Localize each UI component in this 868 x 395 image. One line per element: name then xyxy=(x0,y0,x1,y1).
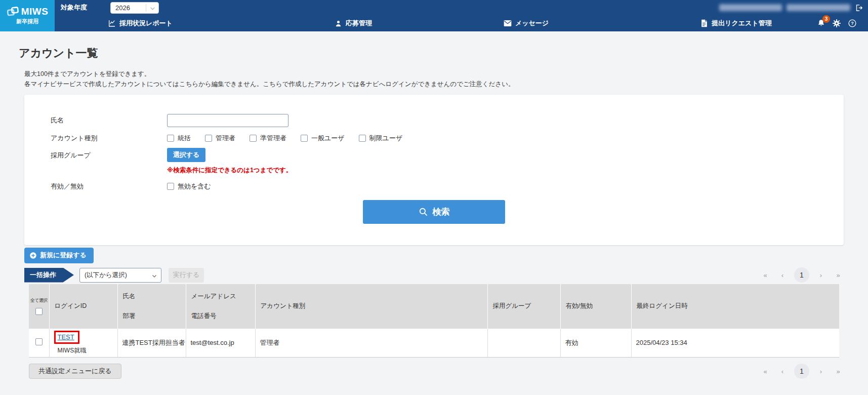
pagination-first[interactable]: « xyxy=(760,368,771,375)
register-button-label: 新規に登録する xyxy=(40,251,87,260)
register-new-button[interactable]: 新規に登録する xyxy=(24,248,94,263)
accounts-table: 全て選択 ログインID 氏名 部署 メールアドレス 電話番号 アカウント種別 採… xyxy=(29,284,839,358)
app-header: MIWS 新卒採用 対象年度 2026 採用状況レポート xyxy=(0,0,868,31)
table-row: TEST MIWS就職 連携TEST採用担当者 test@test.co.jp … xyxy=(29,329,839,358)
pagination-next[interactable]: › xyxy=(815,271,826,279)
click-target-highlight: TEST xyxy=(54,331,79,344)
checkbox[interactable] xyxy=(167,183,174,190)
checkbox-label: 管理者 xyxy=(216,134,235,143)
pagination-first[interactable]: « xyxy=(760,271,771,279)
status-field-label: 有効／無効 xyxy=(51,182,167,191)
search-button-label: 検索 xyxy=(433,206,450,218)
submit-request-icon xyxy=(700,19,708,27)
group-select-button[interactable]: 選択する xyxy=(167,148,205,162)
search-button[interactable]: 検索 xyxy=(363,200,505,224)
chart-icon xyxy=(108,19,116,27)
column-header-contact: メールアドレス 電話番号 xyxy=(186,284,255,329)
help-icon[interactable]: ? xyxy=(848,19,857,28)
logout-icon[interactable] xyxy=(855,4,863,12)
nav-item-label: メッセージ xyxy=(515,19,549,28)
pagination-prev[interactable]: ‹ xyxy=(777,271,788,279)
miws-logo-icon xyxy=(7,6,20,17)
pagination-last[interactable]: » xyxy=(833,368,844,375)
nav-item-applications[interactable]: 応募管理 xyxy=(335,19,372,28)
nav-item-submit-requests[interactable]: 提出リクエスト管理 xyxy=(700,19,772,28)
column-header-login-id: ログインID xyxy=(49,284,117,329)
account-type-cell: 管理者 xyxy=(255,329,487,358)
recruit-group-label: 採用グループ xyxy=(51,148,167,160)
checkbox[interactable] xyxy=(167,135,174,142)
chevron-down-icon xyxy=(149,5,156,12)
row-checkbox[interactable] xyxy=(35,338,43,345)
bulk-action-dropdown[interactable]: (以下から選択) xyxy=(79,268,161,283)
redacted-user-info xyxy=(719,4,782,11)
pagination-current-page[interactable]: 1 xyxy=(794,267,809,283)
search-icon xyxy=(419,207,428,217)
column-header-recruit-group: 採用グループ xyxy=(487,284,560,329)
header-line: メールアドレス xyxy=(191,292,255,301)
dropdown-divider xyxy=(146,4,146,12)
login-id-cell: TEST MIWS就職 xyxy=(49,329,117,358)
include-disabled-checkbox[interactable]: 無効を含む xyxy=(167,182,211,191)
execute-button[interactable]: 実行する xyxy=(169,268,204,283)
checkbox-label: 一般ユーザ xyxy=(311,134,345,143)
search-panel: 氏名 アカウント種別 統括 管理者 準管理者 一般ユーザ 制限 xyxy=(24,95,844,245)
login-id-link[interactable]: TEST xyxy=(58,333,74,341)
column-header-status: 有効/無効 xyxy=(560,284,631,329)
pagination-last[interactable]: » xyxy=(833,271,844,279)
name-cell: 連携TEST採用担当者 xyxy=(117,329,186,358)
header-line: 部署 xyxy=(123,312,186,321)
last-login-cell: 2025/04/23 15:34 xyxy=(631,329,839,358)
checkbox-label: 統括 xyxy=(178,134,191,143)
account-type-checkbox-ippan[interactable]: 一般ユーザ xyxy=(301,134,345,143)
account-type-checkbox-seigen[interactable]: 制限ユーザ xyxy=(359,134,403,143)
header-line: 氏名 xyxy=(123,292,186,301)
email-cell: test@test.co.jp xyxy=(186,329,255,358)
nav-item-report[interactable]: 採用状況レポート xyxy=(108,19,173,28)
recruit-group-cell xyxy=(487,329,560,358)
logo-text: MIWS xyxy=(21,6,49,17)
pagination-current-page[interactable]: 1 xyxy=(794,364,809,379)
year-dropdown[interactable]: 2026 xyxy=(110,2,159,14)
pagination-top: « ‹ 1 › » xyxy=(760,267,844,283)
name-search-input[interactable] xyxy=(167,114,288,127)
group-note: ※検索条件に指定できるのは1つまでです。 xyxy=(167,166,292,175)
svg-text:?: ? xyxy=(851,21,854,26)
checkbox[interactable] xyxy=(250,135,257,142)
checkbox[interactable] xyxy=(359,135,366,142)
pagination-next[interactable]: › xyxy=(815,368,826,375)
select-all-checkbox[interactable] xyxy=(35,308,43,315)
status-cell: 有効 xyxy=(560,329,631,358)
notifications-bell-icon[interactable]: 3 xyxy=(817,19,825,28)
description-line-2: 各マイナビサービスで作成したアカウントについてはこちらから編集できません。こちら… xyxy=(24,79,844,89)
gear-icon[interactable] xyxy=(832,19,841,28)
nav-item-label: 提出リクエスト管理 xyxy=(712,19,772,28)
select-all-label: 全て選択 xyxy=(30,297,48,304)
redacted-user-info xyxy=(787,4,850,11)
year-dropdown-value: 2026 xyxy=(115,4,130,12)
account-type-checkbox-kanrisha[interactable]: 管理者 xyxy=(205,134,235,143)
nav-item-label: 応募管理 xyxy=(346,19,372,28)
nav-item-label: 採用状況レポート xyxy=(119,19,173,28)
notification-badge: 3 xyxy=(822,15,830,23)
checkbox[interactable] xyxy=(205,135,212,142)
description-line-1: 最大100件までアカウントを登録できます。 xyxy=(24,69,844,79)
select-all-header: 全て選択 xyxy=(29,284,49,329)
mail-icon xyxy=(504,20,512,27)
bulk-dropdown-value: (以下から選択) xyxy=(85,271,127,280)
checkbox[interactable] xyxy=(301,135,308,142)
account-type-label: アカウント種別 xyxy=(51,134,167,143)
back-to-settings-button[interactable]: 共通設定メニューに戻る xyxy=(29,364,121,379)
bulk-action-label: 一括操作 xyxy=(24,268,74,283)
login-sub-text: MIWS就職 xyxy=(54,346,87,355)
pagination-prev[interactable]: ‹ xyxy=(777,368,788,375)
target-year-label: 対象年度 xyxy=(61,3,87,12)
account-type-checkbox-toukatsu[interactable]: 統括 xyxy=(167,134,191,143)
checkbox-label: 無効を含む xyxy=(178,182,211,191)
chevron-down-icon xyxy=(151,273,157,279)
person-icon xyxy=(335,20,342,27)
name-field-label: 氏名 xyxy=(51,116,167,125)
account-type-checkbox-junkanrisha[interactable]: 準管理者 xyxy=(250,134,286,143)
nav-item-messages[interactable]: メッセージ xyxy=(504,19,549,28)
app-logo[interactable]: MIWS 新卒採用 xyxy=(0,0,55,31)
